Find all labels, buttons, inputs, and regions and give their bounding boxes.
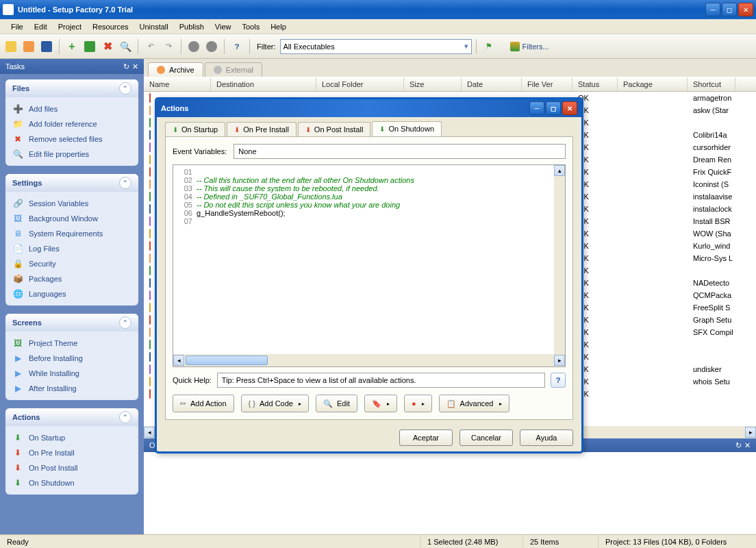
column-local-folder[interactable]: Local Folder — [316, 77, 404, 91]
panel-item-languages[interactable]: 🌐Languages — [12, 286, 131, 301]
menu-file[interactable]: File — [5, 21, 29, 33]
dialog-tab-on-post-install[interactable]: ⬇On Post Install — [298, 122, 371, 136]
panel-item-remove-selected-files[interactable]: ✖Remove selected files — [12, 132, 131, 147]
file-icon — [149, 352, 151, 362]
action-btn-add-code[interactable]: { }Add Code▸ — [241, 395, 309, 412]
panel-item-packages[interactable]: 📦Packages — [12, 271, 131, 286]
dialog-tab-on-pre-install[interactable]: ⬇On Pre Install — [227, 122, 297, 136]
add-button[interactable]: + — [64, 38, 80, 55]
panel-header-screens[interactable]: Screens⌃ — [5, 314, 138, 332]
dialog-tab-on-shutdown[interactable]: ⬇On Shutdown — [372, 121, 442, 136]
action-btn-icon[interactable]: 🔖▸ — [364, 395, 397, 412]
search-button[interactable]: 🔍 — [117, 38, 134, 55]
panel-item-system-requirements[interactable]: 🖥System Requirements — [12, 226, 131, 241]
menu-resources[interactable]: Resources — [87, 21, 134, 33]
panel-item-after-installing[interactable]: ▶After Installing — [12, 381, 131, 396]
menu-help[interactable]: Help — [265, 21, 292, 33]
code-scroll-right-icon[interactable]: ▸ — [554, 355, 565, 366]
filters-button[interactable]: Filters... — [504, 40, 555, 53]
delete-button[interactable]: ✖ — [99, 38, 116, 55]
panel-item-project-theme[interactable]: 🖼Project Theme — [12, 336, 131, 351]
output-refresh-icon[interactable]: ↻ — [735, 441, 742, 450]
output-close-icon[interactable]: ✕ — [744, 441, 751, 450]
dialog-ayuda-button[interactable]: Ayuda — [520, 429, 573, 446]
code-scroll-left-icon[interactable]: ◂ — [173, 355, 184, 366]
scroll-left-icon[interactable]: ◂ — [144, 427, 155, 438]
column-package[interactable]: Package — [618, 77, 688, 91]
tasks-refresh-icon[interactable]: ↻ — [123, 62, 129, 71]
panel-item-background-window[interactable]: 🖼Background Window — [12, 211, 131, 226]
dialog-tab-on-startup[interactable]: ⬇On Startup — [165, 122, 225, 136]
filter-toggle-button[interactable]: ⚑ — [481, 38, 497, 55]
minimize-button[interactable]: ─ — [705, 3, 720, 16]
open-button[interactable] — [21, 38, 37, 55]
close-button[interactable]: ✕ — [738, 3, 753, 16]
status-selected: 1 Selected (2.48 MB) — [420, 535, 523, 548]
panel-item-on-pre-install[interactable]: ⬇On Pre Install — [12, 445, 131, 460]
maximize-button[interactable]: ◻ — [722, 3, 737, 16]
column-status[interactable]: Status — [572, 77, 618, 91]
menu-tools[interactable]: Tools — [236, 21, 265, 33]
column-name[interactable]: Name — [144, 77, 211, 91]
save-button[interactable] — [38, 38, 55, 55]
panel-item-add-files[interactable]: ➕Add files — [12, 101, 131, 116]
panel-header-actions[interactable]: Actions⌃ — [5, 408, 138, 426]
code-vertical-scrollbar[interactable]: ▴ — [554, 165, 565, 354]
scroll-up-icon[interactable]: ▴ — [554, 165, 565, 176]
undo-button[interactable]: ↶ — [142, 38, 159, 55]
event-variables-input[interactable]: None — [234, 144, 566, 159]
item-icon: 🖥 — [12, 228, 23, 239]
file-icon — [149, 93, 151, 103]
item-icon: ➕ — [12, 103, 23, 114]
panel-item-before-installing[interactable]: ▶Before Installing — [12, 351, 131, 366]
menu-project[interactable]: Project — [53, 21, 87, 33]
dialog-maximize-button[interactable]: ◻ — [546, 101, 561, 115]
dialog-cancelar-button[interactable]: Cancelar — [459, 429, 513, 446]
action-btn-edit[interactable]: 🔍Edit — [316, 395, 357, 412]
column-date[interactable]: Date — [462, 77, 522, 91]
quick-help-button[interactable]: ? — [551, 373, 566, 388]
scroll-right-icon[interactable]: ▸ — [745, 427, 756, 438]
code-scroll-thumb[interactable] — [186, 356, 268, 365]
panel-item-on-shutdown[interactable]: ⬇On Shutdown — [12, 475, 131, 490]
action-btn-advanced[interactable]: 📋Advanced▸ — [439, 395, 509, 412]
add-folder-button[interactable] — [81, 38, 98, 55]
panel-item-session-variables[interactable]: 🔗Session Variables — [12, 196, 131, 211]
item-label: Languages — [29, 290, 66, 298]
run-button[interactable] — [203, 38, 220, 55]
panel-item-log-files[interactable]: 📄Log Files — [12, 241, 131, 256]
column-destination[interactable]: Destination — [211, 77, 316, 91]
dialog-minimize-button[interactable]: ─ — [529, 101, 544, 115]
column-shortcut[interactable]: Shortcut — [688, 77, 735, 91]
dialog-aceptar-button[interactable]: Aceptar — [399, 429, 453, 446]
build-button[interactable] — [186, 38, 202, 55]
panel-item-on-startup[interactable]: ⬇On Startup — [12, 430, 131, 445]
menu-publish[interactable]: Publish — [174, 21, 210, 33]
file-icon — [149, 142, 151, 152]
new-button[interactable] — [3, 38, 19, 55]
menu-view[interactable]: View — [210, 21, 237, 33]
panel-header-files[interactable]: Files⌃ — [5, 79, 138, 97]
column-size[interactable]: Size — [404, 77, 462, 91]
panel-item-add-folder-reference[interactable]: 📁Add folder reference — [12, 116, 131, 132]
tasks-close-icon[interactable]: ✕ — [132, 62, 138, 71]
dialog-close-button[interactable]: ✕ — [562, 101, 577, 115]
panel-item-edit-file-properties[interactable]: 🔍Edit file properties — [12, 147, 131, 162]
code-horizontal-scrollbar[interactable]: ◂ ▸ — [173, 354, 565, 366]
panel-item-while-installing[interactable]: ▶While Installing — [12, 366, 131, 381]
redo-button[interactable]: ↷ — [160, 38, 177, 55]
action-btn-icon[interactable]: ●▸ — [404, 395, 432, 412]
filter-select[interactable]: All Executables ▾ — [280, 39, 472, 54]
menu-edit[interactable]: Edit — [29, 21, 53, 33]
tab-external[interactable]: External — [205, 62, 262, 77]
menu-uninstall[interactable]: Uninstall — [134, 21, 174, 33]
item-icon: ⬇ — [12, 477, 23, 488]
tab-archive[interactable]: Archive — [148, 62, 203, 77]
code-editor[interactable]: 0102-- Call this function at the end aft… — [173, 164, 566, 367]
column-file-ver[interactable]: File Ver — [522, 77, 572, 91]
panel-item-security[interactable]: 🔒Security — [12, 256, 131, 271]
action-btn-add-action[interactable]: ✏Add Action — [173, 395, 234, 412]
panel-header-settings[interactable]: Settings⌃ — [5, 174, 138, 192]
panel-item-on-post-install[interactable]: ⬇On Post Install — [12, 460, 131, 475]
help-button[interactable]: ? — [229, 38, 245, 55]
